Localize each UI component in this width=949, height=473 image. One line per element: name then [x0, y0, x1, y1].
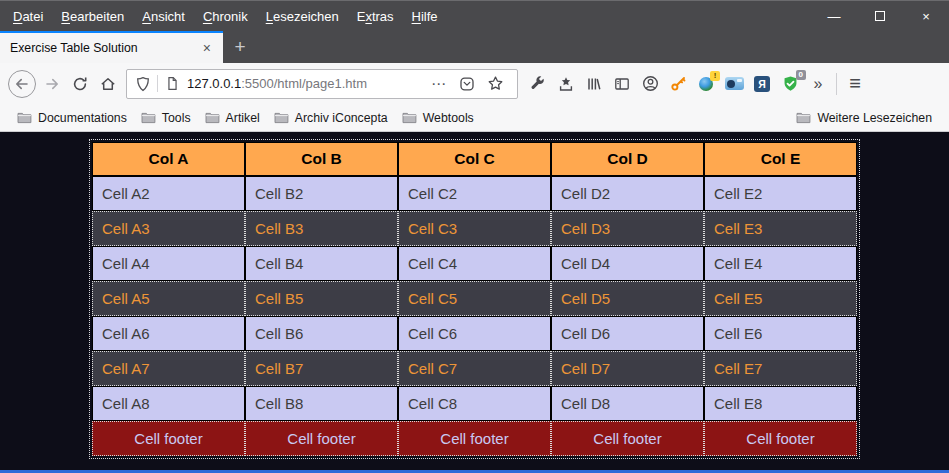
back-icon	[8, 70, 36, 98]
table-cell: Cell C7	[398, 351, 551, 386]
security-shield-extension-button[interactable]: 0	[776, 69, 804, 99]
sidebar-toggle-button[interactable]	[608, 69, 636, 99]
table-cell: Cell E5	[704, 281, 857, 316]
table-cell: Cell A3	[92, 211, 245, 246]
table-cell: Cell A8	[92, 386, 245, 421]
table-row: Cell A5 Cell B5 Cell C5 Cell D5 Cell E5	[92, 281, 857, 316]
table-cell: Cell E7	[704, 351, 857, 386]
table-cell: Cell E3	[704, 211, 857, 246]
reload-icon	[72, 76, 88, 92]
key-icon	[670, 75, 687, 92]
menu-ansicht[interactable]: Ansicht	[133, 1, 194, 31]
table-cell: Cell D6	[551, 316, 704, 351]
col-header: Col C	[398, 142, 551, 176]
bookmark-folder-documentations[interactable]: Documentations	[10, 106, 134, 130]
close-icon[interactable]: ×	[903, 1, 949, 31]
wrench-extension-button[interactable]	[524, 69, 552, 99]
menu-chronik[interactable]: Chronik	[194, 1, 257, 31]
menu-extras[interactable]: Extras	[348, 1, 403, 31]
sidebar-icon	[614, 76, 630, 92]
table-cell: Cell B4	[245, 246, 398, 281]
password-key-extension-button[interactable]	[664, 69, 692, 99]
menu-hilfe[interactable]: Hilfe	[403, 1, 447, 31]
maximize-box	[875, 11, 885, 21]
star-tray-icon	[558, 76, 574, 92]
pocket-icon[interactable]	[453, 69, 481, 99]
footer-cell: Cell footer	[245, 421, 398, 456]
back-button[interactable]	[6, 69, 38, 99]
url-host: 127.0.0.1	[187, 76, 241, 91]
bookmarks-bar: Documentations Tools Artikel Archiv iCon…	[0, 104, 949, 132]
menu-lesezeichen[interactable]: Lesezeichen	[257, 1, 348, 31]
table-cell: Cell C4	[398, 246, 551, 281]
bookmark-label: Webtools	[423, 111, 474, 125]
col-header: Col D	[551, 142, 704, 176]
menubar: Datei Bearbeiten Ansicht Chronik Lesezei…	[0, 1, 447, 31]
minimize-icon[interactable]: —	[811, 1, 857, 31]
account-button[interactable]	[636, 69, 664, 99]
table-cell: Cell B7	[245, 351, 398, 386]
table-cell: Cell E4	[704, 246, 857, 281]
library-icon	[586, 76, 602, 92]
url-text: 127.0.0.1:5500/html/page1.htm	[187, 76, 425, 91]
hamburger-menu-icon[interactable]: ≡	[841, 69, 869, 99]
col-header: Col B	[245, 142, 398, 176]
table-cell: Cell B8	[245, 386, 398, 421]
overflow-chevron-icon[interactable]: »	[804, 69, 832, 99]
bookmark-folder-artikel[interactable]: Artikel	[198, 106, 267, 130]
table-row: Cell A4 Cell B4 Cell C4 Cell D4 Cell E4	[92, 246, 857, 281]
table-cell: Cell C6	[398, 316, 551, 351]
folder-icon	[141, 111, 156, 124]
tab-exercise-table-solution[interactable]: Exercise Table Solution ×	[0, 31, 223, 63]
url-path: :5500/html/page1.htm	[241, 76, 367, 91]
yandex-icon: Я	[754, 76, 770, 92]
radio-extension-button[interactable]	[720, 69, 748, 99]
tracking-protection-shield-icon	[135, 76, 151, 92]
table-cell: Cell B5	[245, 281, 398, 316]
bookmark-star-icon[interactable]	[481, 69, 509, 99]
star-tray-extension-button[interactable]	[552, 69, 580, 99]
exercise-table: Col A Col B Col C Col D Col E Cell A2 Ce…	[92, 142, 857, 456]
bookmark-label: Archiv iConcepta	[295, 111, 388, 125]
table-cell: Cell A2	[92, 176, 245, 211]
table-cell: Cell C3	[398, 211, 551, 246]
footer-cell: Cell footer	[551, 421, 704, 456]
bookmark-label: Artikel	[226, 111, 260, 125]
bookmark-folder-tools[interactable]: Tools	[134, 106, 198, 130]
reload-button[interactable]	[66, 69, 94, 99]
toolbar-separator	[836, 73, 837, 95]
bookmark-folder-archiv-iconcepta[interactable]: Archiv iConcepta	[267, 106, 395, 130]
folder-icon	[17, 111, 32, 124]
url-bar[interactable]: 127.0.0.1:5500/html/page1.htm ⋯	[126, 69, 518, 99]
table-row: Cell A2 Cell B2 Cell C2 Cell D2 Cell E2	[92, 176, 857, 211]
menu-datei[interactable]: Datei	[4, 1, 52, 31]
globe-warning-extension-button[interactable]: !	[692, 69, 720, 99]
table-cell: Cell C5	[398, 281, 551, 316]
table-cell: Cell E8	[704, 386, 857, 421]
table-cell: Cell D7	[551, 351, 704, 386]
new-tab-button[interactable]: +	[223, 31, 257, 63]
library-button[interactable]	[580, 69, 608, 99]
folder-icon	[274, 111, 289, 124]
col-header: Col A	[92, 142, 245, 176]
tab-title: Exercise Table Solution	[10, 41, 199, 55]
bookmark-folder-webtools[interactable]: Webtools	[395, 106, 481, 130]
maximize-icon[interactable]	[857, 1, 903, 31]
footer-cell: Cell footer	[92, 421, 245, 456]
table-cell: Cell C8	[398, 386, 551, 421]
yandex-extension-button[interactable]: Я	[748, 69, 776, 99]
table-cell: Cell D5	[551, 281, 704, 316]
more-bookmarks[interactable]: Weitere Lesezeichen	[789, 106, 939, 130]
tab-close-icon[interactable]: ×	[199, 40, 215, 56]
page-actions-icon[interactable]: ⋯	[425, 75, 453, 93]
home-button[interactable]	[94, 69, 122, 99]
menu-bearbeiten[interactable]: Bearbeiten	[52, 1, 133, 31]
forward-button[interactable]	[38, 69, 66, 99]
table-cell: Cell A5	[92, 281, 245, 316]
table-row: Cell A6 Cell B6 Cell C6 Cell D6 Cell E6	[92, 316, 857, 351]
home-icon	[100, 76, 116, 92]
folder-icon	[796, 111, 811, 124]
table-cell: Cell B6	[245, 316, 398, 351]
navigation-toolbar: 127.0.0.1:5500/html/page1.htm ⋯	[0, 63, 949, 104]
page-info-icon	[165, 76, 180, 91]
